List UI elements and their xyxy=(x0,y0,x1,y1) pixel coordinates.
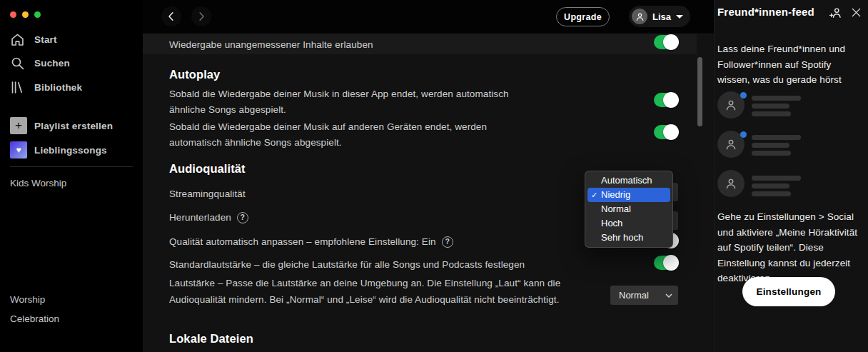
check-icon: ✓ xyxy=(591,188,597,202)
window-close-button[interactable] xyxy=(10,11,16,18)
close-panel-button[interactable] xyxy=(849,6,863,19)
window-minimize-button[interactable] xyxy=(22,11,29,18)
volume-level-select[interactable]: Normal xyxy=(610,286,678,305)
skeleton-bar xyxy=(752,135,801,140)
create-playlist-button[interactable]: + xyxy=(10,117,27,134)
search-icon xyxy=(10,61,25,73)
sidebar-item-bibliothek[interactable] xyxy=(10,80,25,98)
create-playlist-label[interactable]: Playlist erstellen xyxy=(34,121,113,131)
volume-level-value: Normal xyxy=(619,290,649,301)
toggle-normalize-volume[interactable] xyxy=(654,256,678,270)
scrollbar-thumb[interactable] xyxy=(697,57,702,126)
home-icon xyxy=(10,37,25,49)
sidebar-item-bibliothek-label[interactable]: Bibliothek xyxy=(34,82,82,93)
sidebar-playlist-worship[interactable]: Worship xyxy=(10,294,45,305)
topbar: Upgrade Lisa xyxy=(143,0,714,34)
close-icon xyxy=(849,6,863,19)
chevron-right-icon xyxy=(195,10,208,23)
sidebar-divider xyxy=(10,166,133,167)
section-heading-autoplay: Autoplay xyxy=(169,68,220,81)
notification-dot xyxy=(740,92,747,99)
sidebar-item-start-label[interactable]: Start xyxy=(34,34,57,45)
add-friend-icon xyxy=(829,6,843,20)
sidebar: Start Suchen Bibliothek + Playlist erste… xyxy=(0,0,143,352)
setting-download-label: Herunterladen xyxy=(169,210,231,226)
einstellungen-button[interactable]: Einstellungen xyxy=(742,277,835,306)
plus-icon: + xyxy=(10,117,27,134)
skeleton-bar xyxy=(752,183,789,188)
sidebar-item-suchen[interactable] xyxy=(10,56,25,74)
friend-feed-intro: Lass deine Freund*innen und Follower*inn… xyxy=(717,41,862,88)
setting-autoplay-devices-label: Sobald die Wiedergabe deiner Musik auf a… xyxy=(169,119,533,150)
sidebar-playlist-celebration[interactable]: Celebration xyxy=(10,313,59,324)
setting-download-row: Herunterladen ? xyxy=(169,210,248,226)
skeleton-bar xyxy=(752,96,801,101)
skeleton-bar xyxy=(752,111,791,116)
skeleton-bar xyxy=(752,104,789,109)
sidebar-item-start[interactable] xyxy=(10,32,25,50)
setting-inappropriate-label: Wiedergabe unangemessener Inhalte erlaub… xyxy=(169,37,373,53)
friend-avatar-icon xyxy=(717,170,745,197)
skeleton-bar xyxy=(752,151,791,156)
toggle-inappropriate-content[interactable] xyxy=(654,35,678,49)
dropdown-option-normal[interactable]: Normal xyxy=(587,202,670,216)
dropdown-option-hoch[interactable]: Hoch xyxy=(587,216,670,231)
chevron-down-icon xyxy=(665,293,672,298)
setting-normalize-label: Standardlautstärke – die gleiche Lautstä… xyxy=(169,257,525,273)
help-icon[interactable]: ? xyxy=(237,212,248,223)
dropdown-option-niedrig[interactable]: ✓ Niedrig xyxy=(587,188,670,202)
profile-menu-button[interactable]: Lisa xyxy=(629,6,690,27)
user-icon xyxy=(635,11,645,22)
friend-skeleton-row xyxy=(717,131,866,159)
window-zoom-button[interactable] xyxy=(34,11,41,18)
setting-autoplay-app-label: Sobald die Wiedergabe deiner Musik in di… xyxy=(169,86,533,117)
setting-auto-quality-row: Qualität automatisch anpassen – empfohle… xyxy=(169,234,453,250)
toggle-autoplay-app[interactable] xyxy=(654,93,678,107)
friend-feed-title: Freund*innen-feed xyxy=(717,6,814,18)
add-friend-button[interactable] xyxy=(829,6,843,20)
friend-feed-instructions: Gehe zu Einstellungen > Social und aktiv… xyxy=(717,209,864,286)
friend-skeleton-row xyxy=(717,170,866,198)
library-icon xyxy=(10,85,25,97)
notification-dot xyxy=(740,131,747,138)
skeleton-bar xyxy=(752,176,801,181)
chevron-down-icon xyxy=(676,15,683,19)
setting-auto-quality-label: Qualität automatisch anpassen – empfohle… xyxy=(169,234,436,250)
section-heading-local-files: Lokale Dateien xyxy=(169,332,253,346)
back-button[interactable] xyxy=(161,6,181,26)
friend-feed-panel: Freund*innen-feed Lass deine Freund*inne… xyxy=(714,0,868,352)
upgrade-button[interactable]: Upgrade xyxy=(556,7,610,26)
skeleton-bar xyxy=(752,191,791,196)
dropdown-option-automatisch[interactable]: Automatisch xyxy=(587,174,670,188)
setting-streaming-quality-label: Streamingqualität xyxy=(169,186,246,202)
toggle-autoplay-devices[interactable] xyxy=(654,125,678,139)
quality-dropdown-menu: Automatisch ✓ Niedrig Normal Hoch Sehr h… xyxy=(585,171,673,248)
avatar xyxy=(632,9,647,24)
liked-songs-button[interactable]: ♥ xyxy=(10,141,27,159)
skeleton-bar xyxy=(752,143,789,148)
dropdown-option-sehr-hoch[interactable]: Sehr hoch xyxy=(587,231,670,245)
forward-button[interactable] xyxy=(191,6,211,26)
profile-name: Lisa xyxy=(652,11,671,22)
friend-skeleton-row xyxy=(717,91,866,120)
liked-songs-label[interactable]: Lieblingssongs xyxy=(34,145,107,156)
help-icon[interactable]: ? xyxy=(442,236,453,248)
sidebar-playlist-kids-worship[interactable]: Kids Worship xyxy=(10,178,66,188)
chevron-left-icon xyxy=(165,10,178,23)
heart-icon: ♥ xyxy=(10,141,27,159)
setting-volume-label: Lautstärke – Passe die Lautstärke an dei… xyxy=(169,276,569,308)
sidebar-item-suchen-label[interactable]: Suchen xyxy=(34,58,70,69)
section-heading-audio-quality: Audioqualität xyxy=(169,162,246,176)
